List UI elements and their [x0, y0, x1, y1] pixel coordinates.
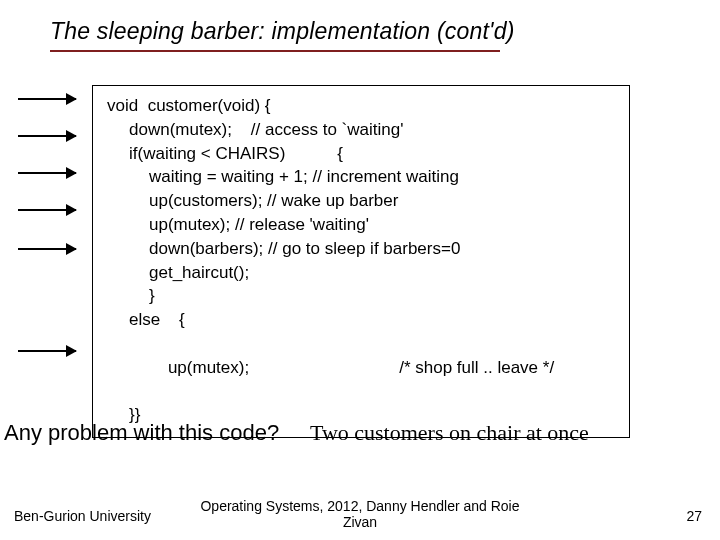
- code-line: if(waiting < CHAIRS) {: [107, 142, 615, 166]
- code-text: up(mutex);: [168, 358, 249, 377]
- footer-center: Operating Systems, 2012, Danny Hendler a…: [0, 498, 720, 530]
- code-line: get_haircut();: [107, 261, 615, 285]
- footer-center-line2: Zivan: [0, 514, 720, 530]
- arrow-icon: [18, 98, 76, 100]
- code-line: up(mutex); // release 'waiting': [107, 213, 615, 237]
- title-underline: [50, 50, 500, 52]
- code-line: up(mutex);/* shop full .. leave */: [107, 332, 615, 403]
- question-text: Any problem with this code?: [4, 420, 279, 446]
- code-line: down(barbers); // go to sleep if barbers…: [107, 237, 615, 261]
- footer-center-line1: Operating Systems, 2012, Danny Hendler a…: [200, 498, 519, 514]
- code-line: }: [107, 284, 615, 308]
- arrow-icon: [18, 209, 76, 211]
- code-line: down(mutex); // access to `waiting': [107, 118, 615, 142]
- arrow-icon: [18, 350, 76, 352]
- code-comment: /* shop full .. leave */: [399, 356, 554, 380]
- code-block: void customer(void) { down(mutex); // ac…: [92, 85, 630, 438]
- arrow-icon: [18, 248, 76, 250]
- code-line: else {: [107, 308, 615, 332]
- answer-text: Two customers on chair at once: [310, 420, 589, 446]
- page-number: 27: [686, 508, 702, 524]
- slide-title: The sleeping barber: implementation (con…: [50, 18, 515, 45]
- code-line: waiting = waiting + 1; // increment wait…: [107, 165, 615, 189]
- arrow-icon: [18, 135, 76, 137]
- code-line: void customer(void) {: [107, 94, 615, 118]
- arrow-icon: [18, 172, 76, 174]
- code-line: up(customers); // wake up barber: [107, 189, 615, 213]
